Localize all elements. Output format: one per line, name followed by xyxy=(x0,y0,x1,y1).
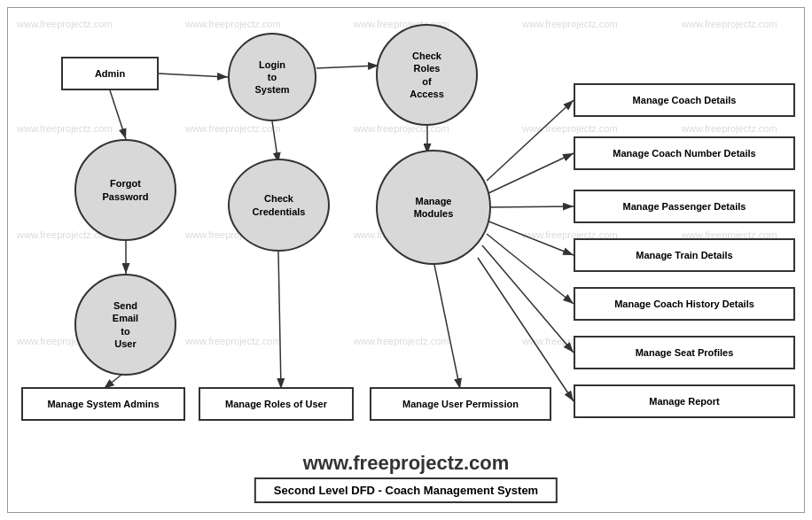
svg-line-8 xyxy=(433,260,460,389)
manage-modules-node: ManageModules xyxy=(376,150,491,265)
footer-title: Second Level DFD - Coach Management Syst… xyxy=(254,477,558,503)
watermark: www.freeprojectz.com xyxy=(682,123,777,134)
manage-coach-details-node: Manage Coach Details xyxy=(574,83,795,117)
check-roles-node: CheckRolesofAccess xyxy=(376,24,478,126)
watermark: www.freeprojectz.com xyxy=(682,19,777,29)
svg-line-13 xyxy=(487,234,574,304)
svg-line-3 xyxy=(272,121,278,163)
watermark: www.freeprojectz.com xyxy=(17,19,113,29)
watermark: www.freeprojectz.com xyxy=(185,336,281,346)
manage-report-node: Manage Report xyxy=(574,384,795,418)
manage-sys-admins-node: Manage System Admins xyxy=(21,387,185,421)
website-label: www.freeprojectz.com xyxy=(8,452,804,475)
svg-line-1 xyxy=(159,74,228,77)
manage-seat-node: Manage Seat Profiles xyxy=(574,336,795,369)
watermark: www.freeprojectz.com xyxy=(522,123,618,134)
svg-line-14 xyxy=(482,245,574,353)
manage-passenger-node: Manage Passenger Details xyxy=(574,190,795,223)
manage-coach-number-node: Manage Coach Number Details xyxy=(574,136,795,170)
svg-line-17 xyxy=(316,66,379,68)
forgot-password-node: ForgotPassword xyxy=(74,139,176,241)
svg-line-12 xyxy=(487,221,574,255)
watermark: www.freeprojectz.com xyxy=(185,19,281,29)
svg-line-9 xyxy=(487,100,574,181)
manage-coach-history-node: Manage Coach History Details xyxy=(574,287,795,321)
watermark: www.freeprojectz.com xyxy=(354,336,449,346)
svg-line-11 xyxy=(487,206,574,207)
admin-node: Admin xyxy=(61,57,159,90)
send-email-node: SendEmailtoUser xyxy=(74,274,176,376)
manage-roles-node: Manage Roles of User xyxy=(199,387,354,421)
watermark: www.freeprojectz.com xyxy=(185,123,281,134)
login-node: LogintoSystem xyxy=(228,33,316,121)
svg-line-7 xyxy=(278,252,281,389)
manage-user-permission-node: Manage User Permission xyxy=(370,387,551,421)
manage-train-node: Manage Train Details xyxy=(574,238,795,272)
svg-line-2 xyxy=(110,90,126,139)
svg-line-15 xyxy=(478,258,574,401)
check-credentials-node: CheckCredentials xyxy=(228,159,330,252)
watermark: www.freeprojectz.com xyxy=(17,123,113,134)
diagram-container: www.freeprojectz.com www.freeprojectz.co… xyxy=(7,7,805,513)
watermark: www.freeprojectz.com xyxy=(522,19,618,29)
svg-line-10 xyxy=(487,153,574,194)
